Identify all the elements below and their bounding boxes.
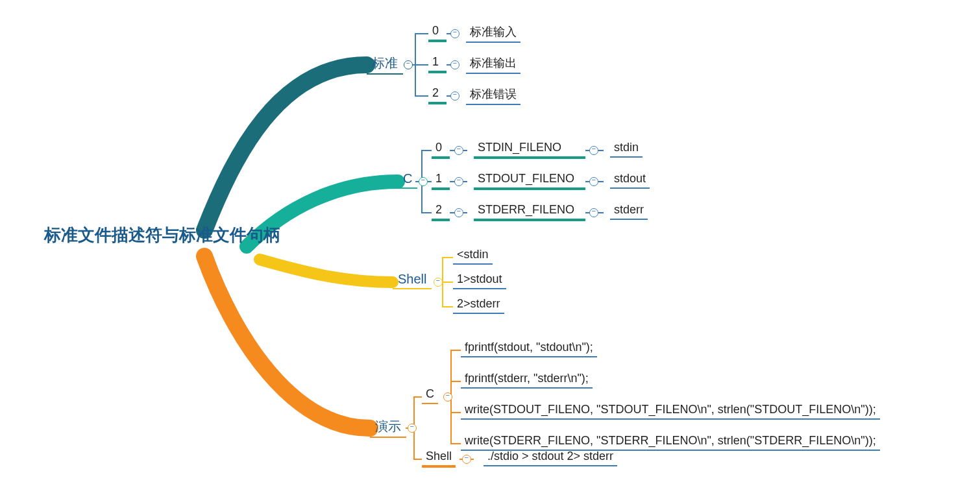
collapse-icon[interactable]	[404, 60, 413, 69]
collapse-icon[interactable]	[462, 455, 471, 464]
c-stream-0: stdin	[610, 139, 643, 158]
demo-shell-label[interactable]: Shell	[422, 448, 456, 468]
c-macro-1: STDOUT_FILENO	[474, 170, 585, 190]
demo-c-line-1: fprintf(stderr, "stderr\n");	[461, 370, 593, 389]
collapse-icon[interactable]	[450, 91, 459, 101]
std-name-1: 标准输出	[466, 53, 521, 74]
collapse-icon[interactable]	[434, 278, 443, 287]
demo-c-line-0: fprintf(stdout, "stdout\n");	[461, 339, 597, 357]
c-stream-2: stderr	[610, 201, 648, 220]
shell-item-1: 1>stdout	[453, 271, 506, 289]
collapse-icon[interactable]	[589, 146, 598, 155]
branch-standard[interactable]: 标准	[367, 52, 403, 75]
c-macro-2: STDERR_FILENO	[474, 201, 585, 221]
collapse-icon[interactable]	[450, 60, 459, 69]
c-num-1: 1	[432, 170, 450, 190]
shell-item-0: <stdin	[453, 246, 493, 265]
std-num-0: 0	[428, 22, 447, 42]
c-macro-0: STDIN_FILENO	[474, 139, 585, 159]
std-num-1: 1	[428, 53, 447, 73]
collapse-icon[interactable]	[450, 29, 459, 38]
branch-shell[interactable]: Shell	[393, 269, 432, 289]
demo-c-label[interactable]: C	[422, 385, 438, 404]
collapse-icon[interactable]	[419, 177, 428, 186]
collapse-icon[interactable]	[454, 208, 463, 217]
collapse-icon[interactable]	[589, 177, 598, 186]
collapse-icon[interactable]	[408, 424, 417, 433]
c-stream-1: stdout	[610, 170, 650, 189]
collapse-icon[interactable]	[589, 208, 598, 217]
collapse-icon[interactable]	[454, 146, 463, 155]
collapse-icon[interactable]	[443, 392, 452, 402]
std-num-2: 2	[428, 84, 447, 104]
c-num-2: 2	[432, 201, 450, 221]
std-name-0: 标准输入	[466, 22, 521, 43]
demo-c-line-2: write(STDOUT_FILENO, "STDOUT_FILENO\n", …	[461, 401, 880, 420]
demo-shell-cmd: ./stdio > stdout 2> stderr	[484, 448, 617, 466]
collapse-icon[interactable]	[454, 177, 463, 186]
root-title: 标准文件描述符与标准文件句柄	[44, 224, 280, 246]
shell-item-2: 2>stderr	[453, 295, 504, 314]
branch-demo[interactable]: 演示	[370, 415, 406, 438]
branch-c[interactable]: C	[398, 169, 417, 189]
c-num-0: 0	[432, 139, 450, 159]
std-name-2: 标准错误	[466, 84, 521, 105]
